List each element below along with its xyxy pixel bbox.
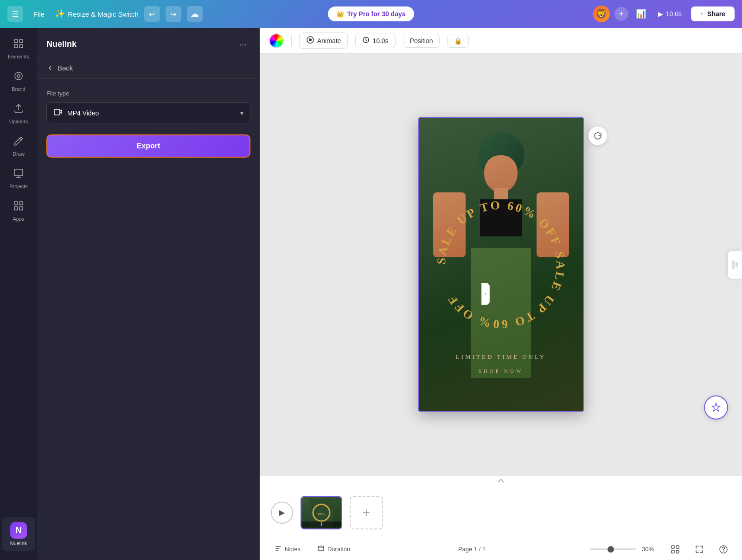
tool-name: ✨ Resize & Magic Switch [55, 9, 139, 19]
position-label: Position [410, 37, 433, 45]
canvas-wrapper: SALE UP TO 60% OFF SALE UP TO 60% OFF LI… [418, 117, 584, 412]
svg-rect-23 [676, 546, 679, 548]
circle-text-svg: SALE UP TO 60% OFF SALE UP TO 60% OFF [427, 191, 575, 339]
tool-name-label: Resize & Magic Switch [68, 10, 139, 18]
duration-label: Duration [327, 546, 350, 553]
canvas-refresh-button[interactable] [588, 127, 607, 145]
timeline-page-1[interactable]: 60% 1 [301, 496, 342, 529]
draw-icon [13, 135, 24, 149]
animate-icon [306, 36, 314, 45]
panel-content: File type MP4 Video ▾ Export [37, 79, 260, 560]
brand-label: Brand [12, 86, 25, 92]
grid-view-button[interactable] [668, 542, 683, 557]
zoom-slider[interactable] [590, 548, 636, 550]
file-type-select[interactable]: MP4 Video ▾ [46, 102, 250, 123]
svg-rect-3 [19, 45, 23, 48]
sidebar-item-apps[interactable]: Apps [2, 196, 35, 226]
add-page-icon: + [363, 505, 370, 520]
avatar[interactable]: 🦁 [593, 6, 610, 22]
panel-back-button[interactable]: Back [37, 57, 260, 79]
redo-button[interactable]: ↪ [166, 6, 181, 22]
position-button[interactable]: Position [403, 34, 440, 48]
color-wheel-button[interactable] [269, 33, 284, 48]
back-chevron-icon [46, 64, 54, 72]
topbar: ☰ File ✨ Resize & Magic Switch ↩ ↪ ☁ 👑 T… [0, 0, 742, 28]
svg-point-27 [723, 551, 724, 552]
svg-rect-8 [19, 202, 23, 205]
projects-label: Projects [9, 184, 28, 189]
svg-rect-24 [672, 550, 674, 553]
svg-rect-6 [14, 169, 23, 176]
sidebar-item-elements[interactable]: Elements [2, 33, 35, 64]
canvas-toolbar: Animate 10.0s Position 🔒 [260, 28, 742, 54]
svg-rect-22 [672, 546, 674, 548]
file-type-select-inner: MP4 Video [53, 108, 99, 118]
try-pro-label: Try Pro for 30 days [347, 10, 405, 18]
notes-button[interactable]: Notes [271, 543, 304, 555]
sidebar: Elements Brand Uploads [0, 28, 37, 560]
analytics-button[interactable]: 📊 [633, 6, 649, 22]
magic-ai-button[interactable] [704, 395, 728, 420]
hide-timeline-button[interactable] [260, 475, 742, 487]
file-menu-button[interactable]: File [29, 7, 49, 21]
plugin-panel: Nuelink ··· Back File type MP4 Vide [37, 28, 260, 560]
tool-emoji: ✨ [55, 9, 65, 19]
topbar-right: 🦁 + 📊 ▶ 10.0s ↑ Share [420, 6, 735, 22]
back-label: Back [58, 64, 73, 72]
shop-now-text: SHOP NOW [419, 368, 583, 374]
animate-button[interactable]: Animate [299, 32, 348, 49]
sidebar-item-uploads[interactable]: Uploads [2, 98, 35, 129]
file-type-label: File type [46, 90, 250, 97]
hide-panel-button[interactable]: ‹ [481, 283, 490, 305]
lock-button[interactable]: 🔒 [447, 34, 469, 48]
design-canvas[interactable]: SALE UP TO 60% OFF SALE UP TO 60% OFF LI… [418, 117, 584, 412]
duration-button[interactable]: 10.0s [355, 33, 395, 48]
svg-rect-10 [19, 207, 23, 210]
help-button[interactable] [716, 542, 731, 557]
svg-rect-1 [19, 39, 23, 43]
svg-point-13 [309, 38, 312, 41]
svg-rect-7 [14, 202, 18, 205]
play-preview-button[interactable]: ▶ 10.0s [653, 7, 686, 20]
sidebar-item-draw[interactable]: Draw [2, 131, 35, 161]
uploads-label: Uploads [9, 119, 28, 124]
play-icon: ▶ [279, 508, 285, 517]
uploads-icon [13, 103, 24, 117]
zoom-controls: 30% [590, 546, 659, 553]
panel-menu-button[interactable]: ··· [235, 37, 250, 51]
toolbar-separator-1 [291, 35, 292, 46]
share-label: Share [707, 10, 725, 18]
play-icon: ▶ [658, 10, 663, 18]
apps-label: Apps [13, 216, 24, 222]
canvas-area: Animate 10.0s Position 🔒 [260, 28, 742, 560]
try-pro-icon: 👑 [336, 10, 344, 18]
share-icon: ↑ [700, 10, 704, 18]
svg-rect-25 [676, 550, 679, 553]
timeline-play-button[interactable]: ▶ [271, 502, 293, 524]
add-collaborator-button[interactable]: + [614, 7, 628, 21]
svg-rect-9 [14, 207, 18, 210]
sidebar-item-projects[interactable]: Projects [2, 163, 35, 194]
right-edge-element [728, 251, 742, 279]
fullscreen-button[interactable] [692, 542, 707, 557]
add-page-button[interactable]: + [350, 496, 383, 529]
sidebar-item-brand[interactable]: Brand [2, 66, 35, 96]
menu-button[interactable]: ☰ [7, 6, 23, 22]
topbar-center: 👑 Try Pro for 30 days [328, 6, 414, 21]
export-button[interactable]: Export [46, 134, 250, 158]
page-info-area: Page 1 / 1 [363, 546, 581, 553]
sidebar-item-nuelink[interactable]: N Nuelink [2, 517, 35, 551]
duration-value: 10.0s [372, 37, 388, 45]
try-pro-button[interactable]: 👑 Try Pro for 30 days [328, 6, 414, 21]
zoom-slider-thumb [608, 546, 614, 553]
canvas-content[interactable]: SALE UP TO 60% OFF SALE UP TO 60% OFF LI… [260, 54, 742, 475]
cloud-save-button[interactable]: ☁ [187, 6, 203, 22]
share-button[interactable]: ↑ Share [691, 6, 735, 21]
duration-button[interactable]: Duration [313, 543, 354, 555]
undo-button[interactable]: ↩ [144, 6, 160, 22]
svg-point-5 [17, 75, 20, 77]
nuelink-icon: N [10, 522, 27, 539]
elements-label: Elements [8, 54, 29, 59]
svg-text:60%: 60% [318, 512, 325, 516]
svg-rect-2 [14, 45, 18, 48]
